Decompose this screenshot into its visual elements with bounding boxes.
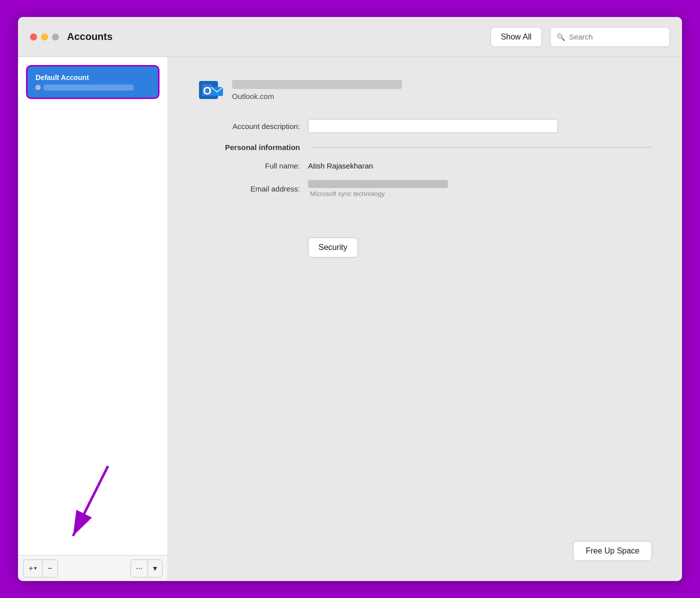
more-options-group: ··· ▾: [130, 560, 162, 578]
security-button[interactable]: Security: [308, 238, 358, 258]
minimize-button[interactable]: [41, 34, 48, 40]
email-address-label: Email address:: [198, 184, 308, 193]
account-provider: Outlook.com: [232, 92, 402, 100]
add-remove-group: + ▾ −: [23, 560, 58, 578]
personal-info-label: Personal information: [198, 143, 308, 152]
main-content: Default Account: [18, 57, 682, 581]
account-item[interactable]: Default Account: [26, 65, 160, 99]
sync-note: Microsoft sync technology: [310, 190, 448, 198]
maximize-button[interactable]: [52, 34, 59, 40]
full-name-row: Full name: Atish Rajasekharan: [198, 162, 652, 170]
account-description-label: Account description:: [198, 122, 308, 130]
account-description-row: Account description:: [198, 119, 652, 133]
search-input[interactable]: [569, 32, 659, 41]
search-icon: 🔍: [556, 33, 565, 41]
sidebar-toolbar: + ▾ − ··· ▾: [18, 555, 168, 581]
section-divider: [312, 147, 652, 148]
email-address-row: Email address: Microsoft sync technology: [198, 180, 652, 198]
app-border: Accounts Show All 🔍 Default Account: [15, 14, 685, 584]
account-description-input[interactable]: [308, 119, 558, 133]
account-item-email-blurred: [44, 84, 134, 90]
account-email-blurred: [232, 80, 402, 89]
remove-account-button[interactable]: −: [42, 560, 57, 577]
account-item-status: [36, 84, 150, 90]
titlebar: Accounts Show All 🔍: [18, 17, 682, 57]
add-account-button[interactable]: + ▾: [24, 560, 42, 577]
personal-info-row: Personal information: [198, 143, 652, 152]
show-all-button[interactable]: Show All: [490, 27, 542, 47]
close-button[interactable]: [30, 34, 37, 40]
email-address-blurred: [308, 180, 448, 188]
accounts-list: Default Account: [18, 57, 168, 555]
account-header: O Outlook.com: [198, 77, 652, 103]
app-window: Accounts Show All 🔍 Default Account: [18, 17, 682, 581]
form-section: Account description: Personal informatio…: [198, 119, 652, 208]
svg-text:O: O: [203, 84, 212, 97]
full-name-value: Atish Rajasekharan: [308, 162, 373, 170]
traffic-lights: [30, 34, 59, 40]
status-dot: [36, 85, 40, 90]
account-info-header: Outlook.com: [232, 80, 402, 100]
more-options-button[interactable]: ···: [131, 560, 148, 577]
outlook-icon: O: [198, 77, 224, 103]
search-bar: 🔍: [550, 27, 670, 47]
free-up-space-button[interactable]: Free Up Space: [573, 541, 652, 561]
sidebar: Default Account: [18, 57, 168, 581]
more-chevron-button[interactable]: ▾: [148, 560, 162, 577]
full-name-label: Full name:: [198, 162, 308, 170]
page-title: Accounts: [67, 31, 482, 42]
account-item-name: Default Account: [36, 74, 150, 82]
detail-panel: O Outlook.com Account: [168, 57, 682, 581]
